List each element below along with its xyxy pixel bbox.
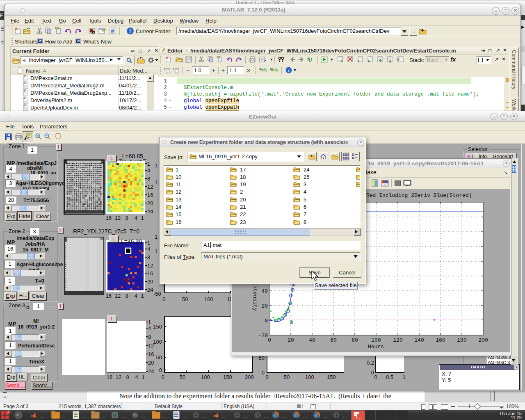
svg-text:i: i (288, 68, 289, 73)
svg-text:?: ? (129, 28, 132, 34)
